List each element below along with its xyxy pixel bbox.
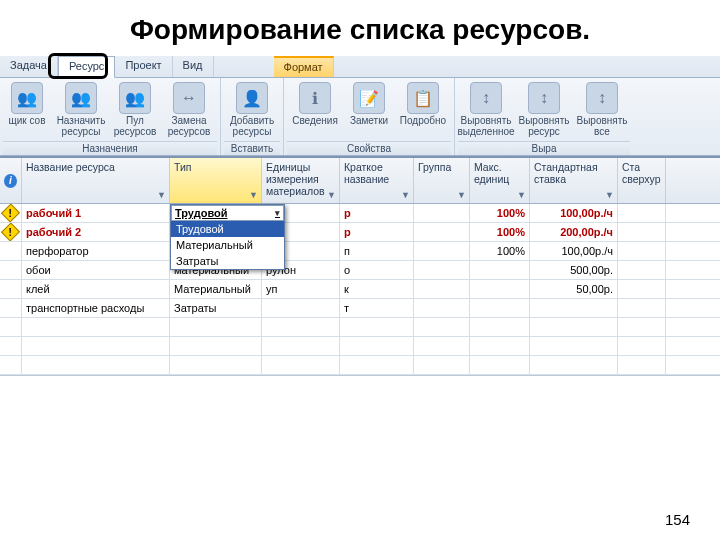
cell-overtime[interactable] — [618, 223, 666, 241]
cell-max[interactable]: 100% — [470, 204, 530, 222]
cell-name[interactable]: перфоратор — [22, 242, 170, 260]
ribbon-tabs: Задача Ресурс Проект Вид Формат — [0, 56, 720, 78]
cell-rate[interactable]: 200,00р./ч — [530, 223, 618, 241]
type-dropdown-option[interactable]: Материальный — [171, 237, 284, 253]
btn-add-resources[interactable]: 👤Добавить ресурсы — [224, 80, 280, 137]
chevron-down-icon: ▼ — [517, 190, 526, 200]
cell-type[interactable]: Затраты — [170, 299, 262, 317]
btn-level-resource[interactable]: ↕Выровнять ресурс — [516, 80, 572, 137]
cell-group[interactable] — [414, 242, 470, 260]
cell-name[interactable]: транспортные расходы — [22, 299, 170, 317]
type-dropdown-input[interactable]: Трудовой▾ — [171, 205, 284, 221]
tab-format[interactable]: Формат — [274, 56, 334, 77]
table-row[interactable]: перфораторп100%100,00р./ч — [0, 242, 720, 261]
cell-name[interactable]: рабочий 2 — [22, 223, 170, 241]
cell-max[interactable] — [470, 299, 530, 317]
tab-project[interactable]: Проект — [115, 56, 172, 77]
tab-resource[interactable]: Ресурс — [58, 56, 115, 78]
cell-rate[interactable]: 100,00р./ч — [530, 204, 618, 222]
cell-short[interactable]: р — [340, 223, 414, 241]
cell-short[interactable]: о — [340, 261, 414, 279]
cell-group[interactable] — [414, 299, 470, 317]
info-icon — [4, 174, 17, 188]
cell-overtime[interactable] — [618, 261, 666, 279]
chevron-down-icon: ▼ — [605, 190, 614, 200]
cell-name[interactable]: рабочий 1 — [22, 204, 170, 222]
cell-rate[interactable]: 500,00р. — [530, 261, 618, 279]
btn-information[interactable]: ℹСведения — [287, 80, 343, 127]
btn-assign-resources[interactable]: 👥Назначить ресурсы — [53, 80, 109, 137]
btn-resource-pool[interactable]: 👥Пул ресурсов — [111, 80, 159, 137]
btn-details[interactable]: 📋Подробно — [395, 80, 451, 127]
btn-level-all[interactable]: ↕Выровнять все — [574, 80, 630, 137]
type-dropdown[interactable]: Трудовой▾ТрудовойМатериальныйЗатраты — [170, 204, 285, 270]
cell-unit[interactable] — [262, 299, 340, 317]
person-add-icon: 👤 — [236, 82, 268, 114]
btn-team-planner[interactable]: 👥щик сов — [3, 80, 51, 137]
cell-overtime[interactable] — [618, 204, 666, 222]
cell-indicator — [0, 261, 22, 279]
table-row[interactable]: обоиматериальныйрулоно500,00р. — [0, 261, 720, 280]
col-overtime[interactable]: Ста сверхур — [618, 158, 666, 203]
tab-view[interactable]: Вид — [173, 56, 214, 77]
chevron-down-icon: ▼ — [157, 190, 166, 200]
table-row[interactable]: транспортные расходыЗатратыт — [0, 299, 720, 318]
cell-overtime[interactable] — [618, 242, 666, 260]
type-dropdown-option[interactable]: Затраты — [171, 253, 284, 269]
cell-group[interactable] — [414, 280, 470, 298]
cell-max[interactable]: 100% — [470, 242, 530, 260]
cell-short[interactable]: р — [340, 204, 414, 222]
details-icon: 📋 — [407, 82, 439, 114]
cell-max[interactable]: 100% — [470, 223, 530, 241]
cell-indicator — [0, 242, 22, 260]
btn-replace-resources[interactable]: ↔Замена ресурсов — [161, 80, 217, 137]
col-max[interactable]: Макс. единиц▼ — [470, 158, 530, 203]
swap-icon: ↔ — [173, 82, 205, 114]
cell-rate[interactable] — [530, 299, 618, 317]
caret-down-icon: ▾ — [275, 208, 280, 218]
col-rate[interactable]: Стандартная ставка▼ — [530, 158, 618, 203]
col-group[interactable]: Группа▼ — [414, 158, 470, 203]
people-icon: 👥 — [11, 82, 43, 114]
cell-rate[interactable]: 50,00р. — [530, 280, 618, 298]
cell-group[interactable] — [414, 204, 470, 222]
level-icon: ↕ — [586, 82, 618, 114]
warning-icon — [1, 204, 20, 222]
people-icon: 👥 — [119, 82, 151, 114]
cell-max[interactable] — [470, 261, 530, 279]
col-type[interactable]: Тип▼ — [170, 158, 262, 203]
col-name[interactable]: Название ресурса▼ — [22, 158, 170, 203]
table-row[interactable]: рабочий 2р100%200,00р./ч — [0, 223, 720, 242]
cell-max[interactable] — [470, 280, 530, 298]
col-indicator[interactable] — [0, 158, 22, 203]
cell-short[interactable]: к — [340, 280, 414, 298]
cell-type[interactable]: Трудовой▾ТрудовойМатериальныйЗатраты — [170, 204, 262, 222]
tab-task[interactable]: Задача — [0, 56, 58, 77]
table-row[interactable]: клейМатериальныйупк50,00р. — [0, 280, 720, 299]
cell-group[interactable] — [414, 223, 470, 241]
cell-indicator — [0, 204, 22, 222]
col-short[interactable]: Краткое название▼ — [340, 158, 414, 203]
type-dropdown-option[interactable]: Трудовой — [171, 221, 284, 237]
cell-name[interactable]: клей — [22, 280, 170, 298]
cell-short[interactable]: п — [340, 242, 414, 260]
cell-overtime[interactable] — [618, 280, 666, 298]
cell-short[interactable]: т — [340, 299, 414, 317]
cell-overtime[interactable] — [618, 299, 666, 317]
group-assignments-title: Назначения — [3, 141, 217, 155]
ribbon-body: 👥щик сов 👥Назначить ресурсы 👥Пул ресурсо… — [0, 78, 720, 156]
btn-level-selection[interactable]: ↕Выровнять выделенное — [458, 80, 514, 137]
table-row[interactable]: рабочий 1Трудовой▾ТрудовойМатериальныйЗа… — [0, 204, 720, 223]
cell-name[interactable]: обои — [22, 261, 170, 279]
cell-indicator — [0, 223, 22, 241]
cell-indicator — [0, 299, 22, 317]
col-unit[interactable]: Единицы измерения материалов▼ — [262, 158, 340, 203]
cell-rate[interactable]: 100,00р./ч — [530, 242, 618, 260]
cell-group[interactable] — [414, 261, 470, 279]
btn-notes[interactable]: 📝Заметки — [345, 80, 393, 127]
group-properties-title: Свойства — [287, 141, 451, 155]
cell-unit[interactable]: уп — [262, 280, 340, 298]
group-level-title: Выра — [458, 141, 630, 155]
warning-icon — [1, 223, 20, 241]
cell-type[interactable]: Материальный — [170, 280, 262, 298]
